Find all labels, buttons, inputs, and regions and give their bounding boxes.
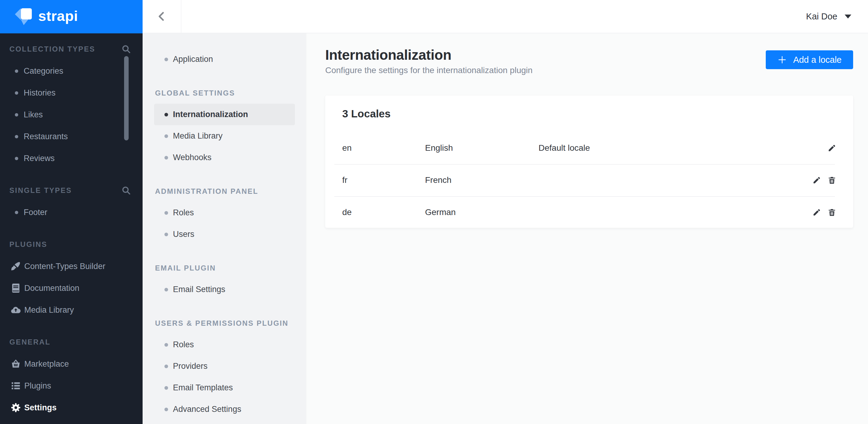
basket-icon	[10, 358, 21, 369]
settings-nav: Application GLOBAL SETTINGS Internationa…	[143, 33, 306, 424]
sidebar-section-single-types: SINGLE TYPES Footer	[0, 180, 143, 223]
edit-locale-button[interactable]	[812, 208, 821, 217]
cloud-upload-icon	[10, 304, 21, 316]
locale-code: de	[342, 207, 425, 217]
sidebar-item-reviews[interactable]: Reviews	[0, 148, 143, 169]
right-column: Kai Doe Application GLOBAL SETTINGS Inte…	[143, 0, 868, 424]
sidebar-item-footer[interactable]: Footer	[0, 201, 143, 223]
sidebar-item-media-library[interactable]: Media Library	[0, 299, 143, 321]
sidebar-item-documentation[interactable]: Documentation	[0, 277, 143, 299]
locale-name: French	[425, 175, 538, 185]
delete-locale-button[interactable]	[828, 176, 836, 185]
bullet-icon	[164, 156, 168, 160]
locale-name: English	[425, 143, 538, 153]
sidebar-item-marketplace[interactable]: Marketplace	[0, 353, 143, 375]
settings-nav-item-admin-users[interactable]: Users	[154, 224, 295, 245]
sidebar-item-histories[interactable]: Histories	[0, 82, 143, 104]
bullet-icon	[164, 288, 168, 291]
section-title: COLLECTION TYPES	[9, 45, 95, 54]
table-row-en[interactable]: en English Default locale	[325, 132, 853, 164]
bullet-icon	[15, 113, 18, 117]
section-title: GENERAL	[9, 338, 51, 346]
page-subtitle: Configure the settings for the internati…	[325, 66, 532, 75]
back-button[interactable]	[143, 0, 181, 33]
locale-code: fr	[342, 175, 425, 185]
locale-code: en	[342, 143, 425, 153]
brush-icon	[10, 261, 21, 272]
sidebar-item-categories[interactable]: Categories	[0, 60, 143, 82]
bullet-icon	[164, 386, 168, 390]
locale-default-badge: Default locale	[538, 143, 828, 153]
user-menu[interactable]: Kai Doe	[806, 11, 851, 22]
settings-nav-item-media-library[interactable]: Media Library	[154, 125, 295, 147]
sidebar-item-likes[interactable]: Likes	[0, 104, 143, 126]
edit-locale-button[interactable]	[812, 176, 821, 185]
strapi-wordmark: strapi	[38, 8, 78, 24]
settings-nav-item-admin-roles[interactable]: Roles	[154, 202, 295, 224]
settings-nav-header-email-plugin: EMAIL PLUGIN	[154, 257, 295, 279]
trash-icon	[828, 208, 836, 217]
settings-nav-item-email-settings[interactable]: Email Settings	[154, 279, 295, 300]
page-title: Internationalization	[325, 47, 532, 63]
settings-nav-item-webhooks[interactable]: Webhooks	[154, 147, 295, 168]
bullet-icon	[164, 58, 168, 61]
sidebar-item-content-types-builder[interactable]: Content-Types Builder	[0, 255, 143, 277]
search-icon[interactable]	[121, 186, 131, 195]
bullet-icon	[15, 135, 18, 138]
strapi-logo-icon	[14, 8, 32, 26]
trash-icon	[828, 176, 836, 185]
bullet-icon	[164, 113, 168, 117]
section-title: SINGLE TYPES	[9, 186, 72, 195]
section-title: PLUGINS	[9, 240, 47, 249]
bullet-icon	[164, 407, 168, 411]
strapi-logo[interactable]: strapi	[0, 0, 143, 33]
sidebar-scrollbar[interactable]	[124, 56, 129, 140]
main-sidebar: strapi COLLECTION TYPES Categories Histo…	[0, 0, 143, 424]
search-icon[interactable]	[121, 44, 131, 54]
settings-nav-item-advanced-settings[interactable]: Advanced Settings	[154, 398, 295, 420]
strapi-admin-app: strapi COLLECTION TYPES Categories Histo…	[0, 0, 868, 424]
bullet-icon	[15, 69, 18, 73]
list-icon	[10, 380, 21, 391]
plus-icon	[777, 55, 787, 65]
table-row-de[interactable]: de German	[325, 196, 853, 228]
main-content: Internationalization Configure the setti…	[306, 33, 868, 424]
delete-locale-button[interactable]	[828, 208, 836, 217]
sidebar-section-general: GENERAL Marketplace Plugins	[0, 331, 143, 419]
bullet-icon	[164, 211, 168, 215]
locale-name: German	[425, 207, 538, 217]
sidebar-item-settings[interactable]: Settings	[0, 397, 143, 419]
settings-nav-item-internationalization[interactable]: Internationalization	[154, 104, 295, 125]
table-row-fr[interactable]: fr French	[325, 164, 853, 196]
gear-icon	[10, 402, 21, 413]
settings-nav-header-users-permissions-plugin: USERS & PERMISSIONS PLUGIN	[154, 313, 295, 334]
settings-nav-item-providers[interactable]: Providers	[154, 355, 295, 377]
bullet-icon	[15, 91, 18, 95]
settings-nav-header-administration-panel: ADMINISTRATION PANEL	[154, 181, 295, 202]
bullet-icon	[164, 134, 168, 138]
sidebar-item-plugins[interactable]: Plugins	[0, 375, 143, 397]
pencil-icon	[812, 208, 821, 217]
user-name: Kai Doe	[806, 11, 837, 22]
chevron-left-icon	[156, 11, 167, 22]
add-locale-button[interactable]: Add a locale	[766, 50, 853, 69]
settings-nav-item-email-templates[interactable]: Email Templates	[154, 377, 295, 398]
book-icon	[10, 283, 21, 294]
sidebar-menu: COLLECTION TYPES Categories Histories Li…	[0, 33, 143, 419]
sidebar-section-collection-types: COLLECTION TYPES Categories Histories Li…	[0, 38, 143, 169]
sidebar-section-plugins: PLUGINS Content-Types Builder Documentat…	[0, 233, 143, 321]
edit-locale-button[interactable]	[828, 144, 836, 152]
settings-nav-item-up-roles[interactable]: Roles	[154, 334, 295, 355]
bullet-icon	[164, 233, 168, 236]
bullet-icon	[164, 343, 168, 347]
bullet-icon	[15, 211, 18, 214]
pencil-icon	[812, 176, 821, 185]
page-header: Internationalization Configure the setti…	[325, 47, 853, 75]
bullet-icon	[15, 157, 18, 160]
settings-nav-item-application[interactable]: Application	[154, 48, 295, 70]
locales-table: en English Default locale fr Frenc	[325, 132, 853, 228]
locales-card: 3 Locales en English Default locale	[325, 96, 853, 228]
sidebar-item-restaurants[interactable]: Restaurants	[0, 126, 143, 148]
topbar: Kai Doe	[143, 0, 868, 33]
settings-nav-header-global-settings: GLOBAL SETTINGS	[154, 82, 295, 104]
